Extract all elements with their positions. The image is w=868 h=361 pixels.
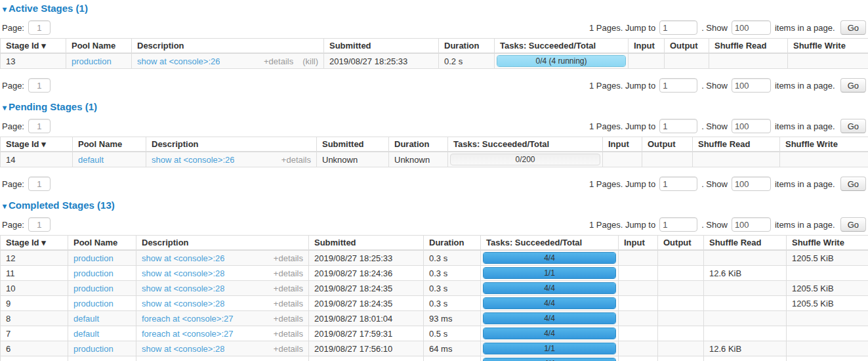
column-header-label: Output [663,238,692,247]
stage-description-link[interactable]: show at <console>:26 [137,56,220,66]
pagination-row-pending-stages-bottom: Page:1 Pages. Jump to. Showitems in a pa… [2,177,866,191]
show-items-input[interactable] [732,177,771,191]
jump-to-input[interactable] [659,217,697,232]
column-header-output[interactable]: Output [642,137,693,152]
details-toggle[interactable]: +details [268,268,303,278]
column-header-shuffle-write[interactable]: Shuffle Write [787,236,868,251]
go-button[interactable]: Go [840,20,866,35]
details-toggle[interactable]: +details [268,284,303,293]
column-header-input[interactable]: Input [629,39,665,54]
details-toggle[interactable]: +details [276,155,311,165]
details-toggle[interactable]: +details [268,314,303,324]
jump-to-input[interactable] [659,119,697,133]
pool-name-link[interactable]: default [78,155,104,165]
column-header-shuffle-write[interactable]: Shuffle Write [780,137,868,152]
column-header-output[interactable]: Output [665,39,709,54]
column-header-submitted[interactable]: Submitted [317,137,389,152]
column-header-description[interactable]: Description [136,236,309,251]
pool-name-cell: production [68,296,136,311]
stage-description-link[interactable]: show at <console>:28 [142,299,224,308]
stage-description-link[interactable]: show at <console>:28 [142,284,224,293]
jump-to-input[interactable] [659,177,697,191]
tasks-cell: 4/4 [481,311,619,326]
pool-name-link[interactable]: production [73,359,114,361]
stage-description-link[interactable]: show at <console>:28 [142,344,224,354]
details-toggle[interactable]: +details [268,344,303,354]
column-header-tasks-succeeded-total[interactable]: Tasks: Succeeded/Total [448,137,603,152]
page-input[interactable] [28,20,51,35]
go-button[interactable]: Go [840,177,866,191]
column-header-description[interactable]: Description [132,39,324,54]
column-header-output[interactable]: Output [658,236,704,251]
column-header-stage-id[interactable]: Stage Id ▾ [1,39,66,54]
pool-name-link[interactable]: production [73,344,114,354]
page-input[interactable] [28,78,51,93]
details-toggle[interactable]: +details [268,329,303,339]
section-toggle-active-stages[interactable]: ▾Active Stages (1) [3,3,868,15]
details-toggle[interactable]: +details [268,299,303,308]
column-header-shuffle-read[interactable]: Shuffle Read [693,137,780,152]
input-cell [619,266,658,281]
input-cell [619,296,658,311]
details-toggle[interactable]: +details [258,56,293,66]
pool-name-link[interactable]: production [73,268,114,278]
stage-description-link[interactable]: show at <console>:28 [142,268,224,278]
pool-name-link[interactable]: production [73,284,114,293]
column-header-tasks-succeeded-total[interactable]: Tasks: Succeeded/Total [495,39,629,54]
column-header-submitted[interactable]: Submitted [324,39,439,54]
description-cell: show at <console>:28+details [136,341,309,356]
column-header-duration[interactable]: Duration [389,137,448,152]
column-header-duration[interactable]: Duration [424,236,481,251]
tasks-cell: 4/4 [481,281,619,296]
column-header-pool-name[interactable]: Pool Name [73,137,146,152]
show-items-input[interactable] [732,217,771,232]
column-header-shuffle-read[interactable]: Shuffle Read [709,39,788,54]
go-button[interactable]: Go [840,217,866,232]
tasks-cell: 0/4 (4 running) [495,53,629,69]
show-items-input[interactable] [732,119,771,133]
column-header-shuffle-write[interactable]: Shuffle Write [788,39,868,54]
page-input[interactable] [28,177,51,191]
column-header-input[interactable]: Input [603,137,642,152]
jump-to-input[interactable] [659,78,697,93]
pool-name-link[interactable]: default [73,329,99,339]
column-header-stage-id[interactable]: Stage Id ▾ [1,236,68,251]
column-header-stage-id[interactable]: Stage Id ▾ [1,137,73,152]
shuffle-read-cell [704,311,787,326]
jump-to-input[interactable] [659,20,697,35]
stage-description-link[interactable]: show at <console>:26 [142,253,224,263]
page-input[interactable] [28,119,51,133]
column-header-pool-name[interactable]: Pool Name [66,39,132,54]
kill-link[interactable]: (kill) [302,56,318,66]
column-header-pool-name[interactable]: Pool Name [68,236,136,251]
shuffle-read-cell [704,281,787,296]
go-button[interactable]: Go [840,78,866,93]
details-toggle[interactable]: +details [268,253,303,263]
show-items-input[interactable] [732,78,771,93]
tasks-cell: 4/4 [481,296,619,311]
column-header-submitted[interactable]: Submitted [309,236,424,251]
table-row: 14defaultshow at <console>:26+detailsUnk… [1,152,868,167]
stage-description-link[interactable]: show at <console>:26 [152,155,234,165]
details-toggle[interactable]: +details [268,359,303,361]
pool-name-link[interactable]: production [73,299,114,308]
show-items-input[interactable] [732,20,771,35]
stage-description-link[interactable]: show at <console>:28 [142,359,224,361]
stage-description-link[interactable]: foreach at <console>:27 [142,314,234,324]
pool-name-link[interactable]: default [73,314,99,324]
section-toggle-pending-stages[interactable]: ▾Pending Stages (1) [3,101,868,114]
stage-description-link[interactable]: foreach at <console>:27 [142,329,234,339]
column-header-tasks-succeeded-total[interactable]: Tasks: Succeeded/Total [481,236,619,251]
column-header-duration[interactable]: Duration [439,39,495,54]
pool-name-link[interactable]: production [73,253,114,263]
column-header-shuffle-read[interactable]: Shuffle Read [704,236,787,251]
column-header-description[interactable]: Description [146,137,317,152]
page-label: Page: [2,81,24,91]
submitted-cell: 2019/08/27 18:25:33 [324,53,439,69]
column-header-input[interactable]: Input [619,236,658,251]
go-button[interactable]: Go [840,119,866,133]
section-toggle-completed-stages[interactable]: ▾Completed Stages (13) [3,200,868,212]
page-input[interactable] [28,217,51,232]
pool-name-link[interactable]: production [72,56,112,66]
task-progress-bar: 1/1 [483,267,616,279]
